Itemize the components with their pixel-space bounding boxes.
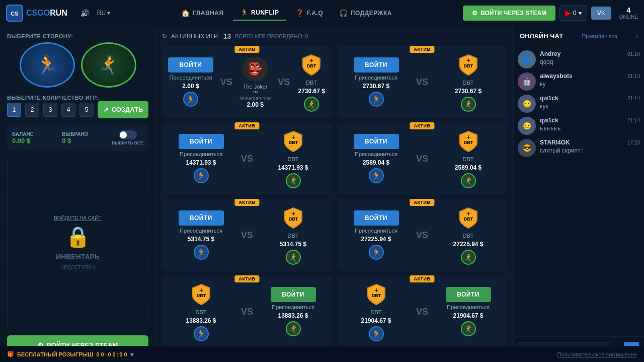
- question-icon: ❓: [295, 9, 304, 17]
- vs-text: VS: [416, 154, 428, 164]
- runner-green-icon: 🏃: [286, 321, 301, 336]
- chat-rules-link[interactable]: Правила чата: [582, 33, 617, 39]
- runner-blue-icon: 🏃: [369, 326, 384, 341]
- steam-login-button[interactable]: ⚙ ВОЙТИ ЧЕРЕЗ STEAM: [463, 6, 555, 21]
- selected-block: ВЫБРАНО 0 $: [62, 131, 107, 144]
- join-sublabel: Присоединиться: [355, 75, 397, 81]
- chat-message: 🤖 alwaysbots 21:13 ку: [518, 73, 640, 91]
- join-button[interactable]: ВОЙТИ: [354, 57, 399, 73]
- join-amount: 13883.26 $: [278, 312, 308, 319]
- join-button[interactable]: ВОЙТИ: [179, 134, 224, 149]
- vs-text: VS: [241, 230, 253, 241]
- dbt-label: DBT: [463, 233, 474, 239]
- nav-faq[interactable]: ❓ F.A.Q: [288, 6, 331, 20]
- blue-side-option[interactable]: 🏃: [20, 42, 75, 88]
- aktiv-badge: АКТИВ: [234, 199, 259, 206]
- chat-text: qqqq: [540, 58, 640, 65]
- language-selector[interactable]: RU ▾: [97, 10, 110, 17]
- join-button-green[interactable]: ВОЙТИ: [446, 287, 491, 302]
- qty-2[interactable]: 2: [25, 103, 39, 117]
- chat-msg-body: qw1ck 21:14 кук: [540, 95, 640, 110]
- svg-text:+: +: [291, 133, 295, 141]
- game-slot-right: DBT + DBT 2730.67 $ 🏃: [435, 52, 501, 112]
- blue-runner-icon: 🏃: [36, 54, 58, 76]
- chat-msg-body: alwaysbots 21:13 ку: [540, 73, 640, 88]
- join-button[interactable]: ВОЙТИ: [179, 210, 224, 226]
- headset-icon: 🎧: [339, 9, 348, 17]
- cart-area[interactable]: ▶ 0 ▾: [559, 5, 587, 21]
- dbt-shield: DBT +: [456, 52, 481, 78]
- balance-value: 0.00 $: [12, 137, 57, 144]
- chat-avatar: 😐: [518, 117, 536, 135]
- runner-green-icon: 🏃: [461, 321, 476, 336]
- chat-time: 01:16: [627, 51, 640, 57]
- toggle-track: [119, 130, 137, 139]
- join-button-green[interactable]: ВОЙТИ: [271, 287, 316, 302]
- select-all-toggle[interactable]: ВЫБРАТЬ ВСЕ: [112, 130, 143, 146]
- nav-home[interactable]: 🏠 ГЛАВНАЯ: [174, 6, 230, 20]
- policy-link[interactable]: Пользовательское соглашение: [557, 351, 637, 357]
- aktiv-badge: АКТИВ: [234, 46, 259, 53]
- vk-button[interactable]: VK: [591, 7, 611, 20]
- dbt-shield: DBT +: [189, 282, 214, 307]
- runner-blue-icon: 🏃: [194, 245, 209, 260]
- quantity-row: 1 2 3 4 5 ↗ СОЗДАТЬ: [7, 101, 148, 118]
- inventory-label: ИНВЕНТАРЬ: [56, 253, 100, 261]
- join-button[interactable]: ВОЙТИ: [168, 57, 213, 73]
- chat-msg-body: qw1ck 21:14 ьъьъьъ: [540, 117, 640, 132]
- chat-text: ьъьъьъ: [540, 125, 640, 132]
- aktiv-badge: АКТИВ: [410, 46, 434, 53]
- minimize-button[interactable]: ▾: [130, 350, 134, 358]
- join-amount: 5314.75 $: [188, 236, 214, 243]
- create-button[interactable]: ↗ СОЗДАТЬ: [98, 101, 148, 118]
- runner-blue-icon: 🏃: [194, 168, 209, 183]
- nav-runflip[interactable]: 🏃 RUNFLIP: [233, 6, 286, 21]
- join-sublabel: Присоединиться: [170, 75, 212, 81]
- dbt-amount: 5314.75 $: [280, 241, 306, 248]
- chat-message: 😐 qw1ck 21:14 кук: [518, 95, 640, 113]
- qty-3[interactable]: 3: [43, 103, 57, 117]
- runner-green-icon: 🏃: [461, 97, 476, 112]
- chat-time: 21:14: [627, 118, 640, 123]
- sides-row: 🏃 🏃: [7, 42, 148, 88]
- balance-block: БАЛАНС 0.00 $: [12, 131, 57, 144]
- game-slot-right: DBT + DBT 27225.94 $ 🏃: [435, 205, 501, 265]
- qty-1[interactable]: 1: [7, 103, 21, 117]
- chat-arrow-icon[interactable]: ›: [636, 33, 638, 40]
- left-sidebar: ВЫБЕРИТЕ СТОРОНУ: 🏃 🏃 ВЫБЕРИТЕ КОЛИЧЕСТВ…: [0, 26, 156, 362]
- go-to-site[interactable]: ВОЙДИТЕ НА САЙТ: [54, 215, 101, 221]
- runner-nav-icon: 🏃: [240, 9, 249, 17]
- game-slot-right: DBT + DBT 14371.93 $ 🏃: [260, 129, 326, 188]
- dbt-label: DBT: [463, 156, 474, 162]
- sound-toggle[interactable]: 🔊: [76, 7, 93, 19]
- join-button[interactable]: ВОЙТИ: [354, 210, 399, 226]
- green-side-option[interactable]: 🏃: [81, 42, 136, 88]
- game-slot-left: ВОЙТИ Присоединиться 2589.04 $ 🏃: [343, 134, 409, 183]
- svg-text:👤: 👤: [522, 54, 532, 64]
- game-card: АКТИВ DBT + DBT 21904.67 $ 🏃 VS В: [337, 276, 507, 347]
- free-giveaway: 🎁 БЕСПЛАТНЫЙ РОЗЫГРЫШ 0 0 : 0 0 : 0 0 ▾: [7, 350, 134, 358]
- nav-support[interactable]: 🎧 ПОДДЕРЖКА: [332, 6, 399, 20]
- chat-msg-header: alwaysbots 21:13: [540, 73, 640, 80]
- lock-icon: 🔒: [65, 225, 91, 249]
- aktiv-badge: АКТИВ: [410, 199, 434, 206]
- game-card: АКТИВ ВОЙТИ Присоединиться 14371.93 $ 🏃 …: [162, 123, 332, 194]
- game-card: АКТИВ DBT + DBT 13883.26 $ 🏃 VS В: [162, 276, 332, 347]
- runner-blue-icon: 🏃: [194, 326, 209, 341]
- logo[interactable]: CS CSGORUN: [6, 5, 67, 22]
- game-card: АКТИВ ВОЙТИ Присоединиться 2730.67 $ 🏃 V…: [337, 46, 507, 118]
- qty-4[interactable]: 4: [61, 103, 75, 117]
- chat-msg-header: Andrey 01:16: [540, 50, 640, 57]
- join-button[interactable]: ВОЙТИ: [354, 134, 399, 149]
- qty-5[interactable]: 5: [79, 103, 94, 117]
- game-slot-left: ВОЙТИ Присоединиться 14371.93 $ 🏃: [168, 134, 234, 183]
- dbt-amount: 14371.93 $: [278, 164, 308, 171]
- selected-value: 0 $: [62, 137, 107, 144]
- aktiv-badge: АКТИВ: [234, 275, 259, 282]
- home-icon: 🏠: [181, 9, 190, 17]
- chat-avatar: 👤: [518, 50, 536, 68]
- vs-text: VS: [220, 77, 232, 88]
- countdown: 0 0 : 0 0 : 0 0: [96, 351, 127, 357]
- chat-msg-header: qw1ck 21:14: [540, 117, 640, 124]
- gift-icon: 🎁: [7, 351, 14, 357]
